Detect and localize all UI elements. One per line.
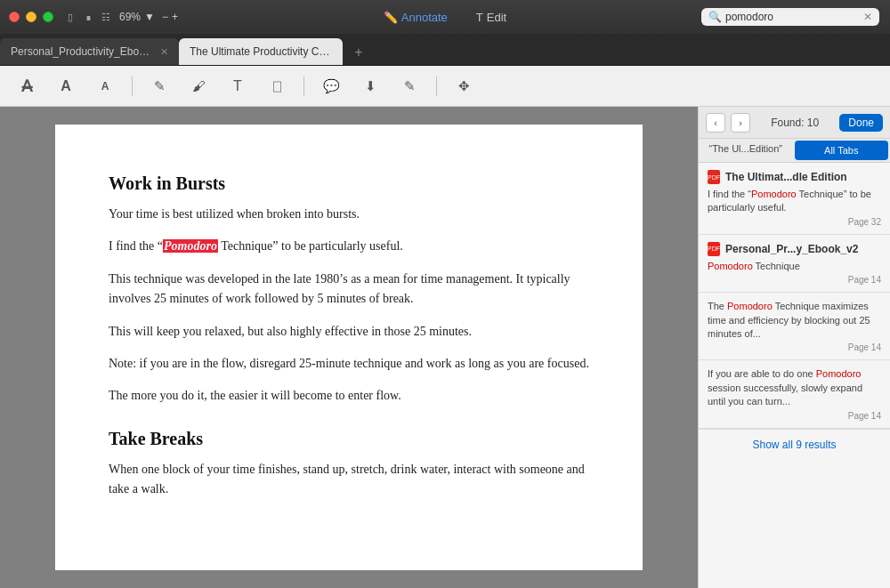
- pencil-icon: ✏️: [384, 11, 398, 24]
- pomodoro-highlight: Pomodoro: [163, 239, 218, 253]
- result-doc-header-1: PDF The Ultimat...dle Edition: [708, 170, 881, 184]
- search-input-wrapper: 🔍 ✕: [701, 8, 879, 26]
- tab-ultimate-productivity[interactable]: The Ultimate Productivity Cheat Sheet – …: [179, 38, 343, 65]
- para-flow-note: Note: if you are in the flow, disregard …: [109, 354, 589, 374]
- search-icon: 🔍: [708, 11, 722, 23]
- para-after: ” to be particularly useful.: [272, 239, 403, 253]
- expand-icon[interactable]: ✥: [451, 74, 476, 99]
- text-increase-icon[interactable]: A: [53, 74, 78, 99]
- pdf-viewer[interactable]: Work in Bursts Your time is best utilize…: [0, 107, 698, 588]
- title-bar-center: ✏️ Annotate T Edit: [378, 9, 512, 26]
- grid-view-button[interactable]: ∎: [82, 11, 94, 23]
- para-middle: Technique: [218, 239, 272, 253]
- search-sidebar: ‹ › Found: 10 Done “The Ul...Edition” Al…: [698, 107, 890, 588]
- zoom-level: 69%: [119, 11, 141, 23]
- result-snippet-1: I find the “Pomodoro Technique” to be pa…: [708, 188, 881, 215]
- tabs-bar: Personal_Productivity_Ebook_v2 ✕ The Ult…: [0, 34, 890, 66]
- snippet-after-4: session successfully, slowly expand unti…: [708, 383, 862, 407]
- para-bursts: Your time is best utilized when broken i…: [109, 205, 589, 224]
- found-count: Found: 10: [756, 117, 834, 129]
- signature-icon[interactable]: ✎: [397, 74, 422, 99]
- pdf-page: Work in Bursts Your time is best utilize…: [55, 125, 643, 570]
- para-easier: The more you do it, the easier it will b…: [109, 386, 589, 406]
- para-take-breaks: When one block of your time finishes, st…: [109, 460, 589, 500]
- snippet-before-4: If you are able to do one: [708, 368, 816, 379]
- highlighter-icon[interactable]: 🖌: [186, 74, 211, 99]
- snippet-before-3: The: [708, 301, 727, 311]
- para-before: I find the “: [109, 239, 163, 253]
- annotate-mode-button[interactable]: ✏️ Annotate: [378, 9, 453, 26]
- page-num-2: Page 14: [708, 275, 881, 285]
- heading-take-breaks: Take Breaks: [109, 424, 589, 453]
- text-stamp-icon[interactable]: A̶: [14, 74, 39, 99]
- scope-tabs: “The Ul...Edition” All Tabs: [699, 139, 890, 163]
- toolbar-separator-3: [436, 77, 437, 96]
- done-button[interactable]: Done: [839, 114, 883, 132]
- window-controls: ▯ ∎ ☷: [64, 11, 112, 23]
- snippet-highlight-1: Pomodoro: [751, 189, 797, 199]
- zoom-chevron-icon[interactable]: ▼: [144, 11, 155, 23]
- main-content: Work in Bursts Your time is best utilize…: [0, 107, 890, 588]
- page-num-1: Page 32: [708, 217, 881, 227]
- result-doc-header-2: PDF Personal_Pr...y_Ebook_v2: [708, 242, 881, 256]
- pencil-draw-icon[interactable]: ✎: [147, 74, 172, 99]
- para-relaxed: This will keep you relaxed, but also hig…: [109, 322, 589, 342]
- doc-title-2: Personal_Pr...y_Ebook_v2: [725, 243, 858, 255]
- sidebar-nav: ‹ › Found: 10 Done: [699, 107, 890, 139]
- result-item-2[interactable]: PDF Personal_Pr...y_Ebook_v2 Pomodoro Te…: [699, 235, 890, 293]
- results-list[interactable]: PDF The Ultimat...dle Edition I find the…: [699, 163, 890, 588]
- toolbar-separator: [132, 77, 133, 96]
- text-tool-icon[interactable]: T: [225, 74, 250, 99]
- tab-label: The Ultimate Productivity Cheat Sheet – …: [190, 45, 332, 58]
- snippet-highlight-2: Pomodoro: [708, 261, 753, 271]
- toolbar: A̶ A A ✎ 🖌 T ⎕ 💬 ⬇ ✎ ✥: [0, 66, 890, 107]
- list-view-button[interactable]: ☷: [100, 11, 112, 23]
- page-num-3: Page 14: [708, 342, 881, 352]
- search-bar: 🔍 ✕: [701, 8, 879, 26]
- tab-personal-productivity[interactable]: Personal_Productivity_Ebook_v2 ✕: [0, 38, 179, 65]
- zoom-plus-button[interactable]: +: [172, 11, 178, 23]
- show-all-results-button[interactable]: Show all 9 results: [699, 429, 890, 460]
- stamp-icon[interactable]: ⬇: [358, 74, 383, 99]
- zoom-control[interactable]: 69% ▼ − +: [119, 11, 178, 23]
- para-technique-desc: This technique was developed in the late…: [109, 270, 589, 310]
- pdf-icon-1: PDF: [708, 170, 720, 184]
- zoom-minus-button[interactable]: −: [162, 11, 168, 23]
- scope-tab-current[interactable]: “The Ul...Edition”: [699, 139, 793, 162]
- title-bar: ▯ ∎ ☷ 69% ▼ − + ✏️ Annotate T Edit 🔍 ✕: [0, 0, 890, 34]
- doc-title-1: The Ultimat...dle Edition: [725, 171, 847, 183]
- next-result-button[interactable]: ›: [731, 113, 750, 133]
- fullscreen-window-button[interactable]: [43, 12, 53, 22]
- comment-icon[interactable]: 💬: [319, 74, 344, 99]
- search-clear-button[interactable]: ✕: [863, 11, 872, 23]
- new-tab-button[interactable]: +: [346, 40, 371, 65]
- prev-result-button[interactable]: ‹: [706, 113, 725, 133]
- close-window-button[interactable]: [9, 12, 20, 22]
- result-item-3[interactable]: The Pomodoro Technique maximizes time an…: [699, 293, 890, 360]
- edit-mode-button[interactable]: T Edit: [471, 9, 512, 26]
- search-input[interactable]: [725, 11, 863, 23]
- scope-tab-all[interactable]: All Tabs: [795, 141, 889, 160]
- result-snippet-3: The Pomodoro Technique maximizes time an…: [708, 300, 881, 341]
- sidebar-toggle-button[interactable]: ▯: [64, 11, 77, 23]
- result-snippet-2: Pomodoro Technique: [708, 260, 881, 273]
- text-decrease-icon[interactable]: A: [93, 74, 117, 99]
- snippet-after-2: Technique: [753, 261, 800, 271]
- snippet-highlight-3: Pomodoro: [727, 301, 773, 311]
- shape-tool-icon[interactable]: ⎕: [264, 74, 289, 99]
- tab-close-button[interactable]: ✕: [160, 46, 168, 58]
- result-snippet-4: If you are able to do one Pomodoro sessi…: [708, 367, 881, 408]
- page-num-4: Page 14: [708, 411, 881, 421]
- snippet-before-1: I find the “: [708, 189, 751, 199]
- minimize-window-button[interactable]: [26, 12, 36, 22]
- tab-label: Personal_Productivity_Ebook_v2: [11, 45, 153, 58]
- traffic-lights: [9, 12, 53, 22]
- result-item-4[interactable]: If you are able to do one Pomodoro sessi…: [699, 360, 890, 428]
- edit-icon: T: [476, 11, 483, 24]
- result-item-1[interactable]: PDF The Ultimat...dle Edition I find the…: [699, 163, 890, 235]
- pdf-icon-2: PDF: [708, 242, 720, 256]
- para-pomodoro-intro: I find the “Pomodoro Technique” to be pa…: [109, 237, 589, 256]
- snippet-highlight-4: Pomodoro: [816, 368, 862, 379]
- heading-work-in-bursts: Work in Bursts: [109, 169, 589, 197]
- toolbar-separator-2: [303, 77, 304, 96]
